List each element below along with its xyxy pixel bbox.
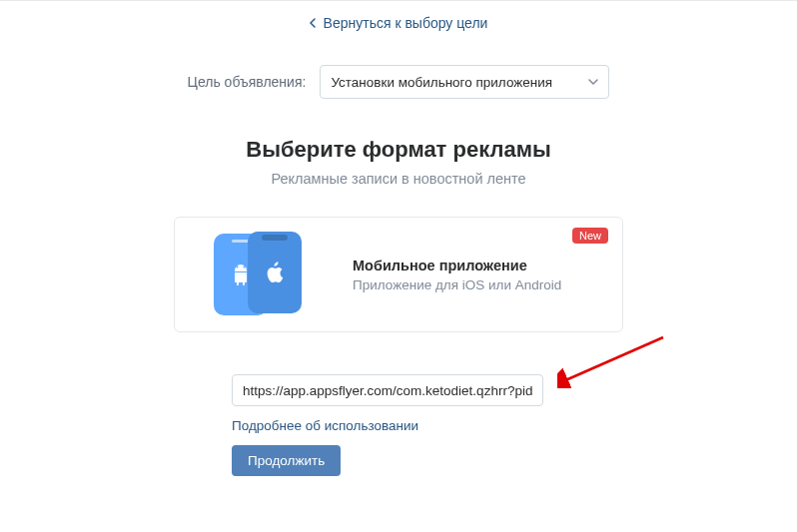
new-badge: New: [572, 228, 608, 244]
chevron-down-icon: [588, 79, 598, 85]
goal-row: Цель объявления: Установки мобильного пр…: [0, 43, 797, 109]
apple-phone-icon: [248, 232, 302, 313]
card-title: Мобильное приложение: [353, 258, 622, 273]
url-section: Подробнее об использовании Продолжить: [232, 374, 797, 476]
back-link-text: Вернуться к выбору цели: [324, 15, 488, 31]
chevron-left-icon: [310, 18, 316, 28]
card-description: Приложение для iOS или Android: [353, 277, 622, 292]
goal-label: Цель объявления:: [188, 74, 307, 90]
page-heading: Выберите формат рекламы: [0, 137, 797, 163]
continue-button[interactable]: Продолжить: [232, 445, 341, 476]
format-card-mobile-app[interactable]: Мобильное приложение Приложение для iOS …: [174, 217, 623, 332]
more-about-usage-link[interactable]: Подробнее об использовании: [232, 418, 418, 433]
card-illustration: [175, 218, 343, 331]
page-subheading: Рекламные записи в новостной ленте: [0, 171, 797, 187]
goal-select[interactable]: Установки мобильного приложения: [320, 65, 609, 99]
tracking-url-input[interactable]: [232, 374, 543, 406]
goal-select-value: Установки мобильного приложения: [331, 75, 552, 90]
back-to-goal-link[interactable]: Вернуться к выбору цели: [0, 1, 797, 43]
